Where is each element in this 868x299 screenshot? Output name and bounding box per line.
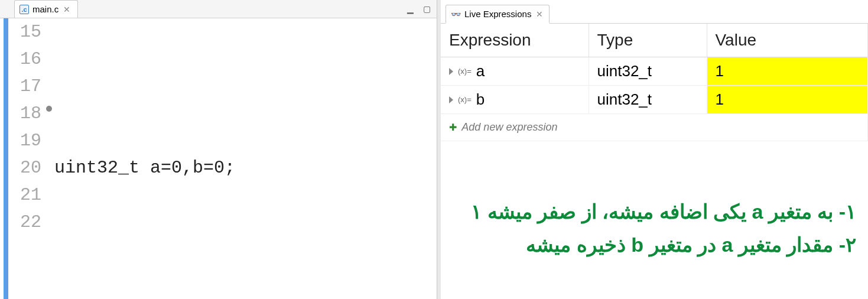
variable-icon: (x)= [458,95,472,104]
ide-window: .c main.c ✕ ▁ ▢ 15 16 17 18 19 20 21 22 [0,0,868,299]
maximize-icon[interactable]: ▢ [421,4,432,14]
variable-icon: (x)= [458,67,472,76]
value-cell: 1 [707,86,868,114]
line-number: 21 [8,181,41,209]
column-header-type[interactable]: Type [589,24,707,57]
expression-name: b [476,90,485,109]
line-number: 19 [8,127,41,154]
column-header-value[interactable]: Value [707,24,868,57]
editor-change-marker [4,18,8,299]
expression-name: a [476,62,485,80]
code-line: uint32_t a=0,b=0; [54,154,437,181]
live-expressions-panel: 👓 Live Expressions ✕ Expression Type Val… [441,0,868,299]
live-expressions-tab[interactable]: 👓 Live Expressions ✕ [446,5,550,24]
plus-icon: ✚ [449,122,457,132]
expression-cell[interactable]: (x)= a [441,57,589,86]
live-tab-label: Live Expressions [464,9,531,19]
table-row[interactable]: (x)= a uint32_t 1 [441,57,868,86]
expressions-table: Expression Type Value (x)= a uint32_t [441,24,868,141]
fold-toggle-icon[interactable] [46,106,52,112]
type-cell: uint32_t [589,57,707,86]
add-expression-label: Add new expression [461,121,557,133]
code-line [54,73,437,100]
close-icon[interactable]: ✕ [535,9,544,19]
minimize-icon[interactable]: ▁ [405,4,415,14]
line-number: 22 [8,209,41,236]
value-cell: 1 [707,57,868,86]
editor-tabbar: .c main.c ✕ ▁ ▢ [0,0,437,18]
live-tabbar: 👓 Live Expressions ✕ [441,0,868,24]
editor-window-controls: ▁ ▢ [405,4,432,14]
editor-tab-main-c[interactable]: .c main.c ✕ [14,0,78,18]
add-expression-cell[interactable]: ✚ Add new expression [441,114,868,141]
fold-column [46,18,54,299]
line-number: 15 [8,18,41,46]
editor-panel: .c main.c ✕ ▁ ▢ 15 16 17 18 19 20 21 22 [0,0,437,299]
line-number: 16 [8,46,41,73]
code-area[interactable]: uint32_t a=0,b=0; int main(void){ b=++a; [54,18,437,299]
table-header-row: Expression Type Value [441,24,868,57]
code-editor[interactable]: 15 16 17 18 19 20 21 22 uint32_t a=0,b=0… [0,18,437,299]
expression-cell[interactable]: (x)= b [441,86,589,114]
column-header-expression[interactable]: Expression [441,24,589,57]
line-number: 17 [8,73,41,100]
type-cell: uint32_t [589,86,707,114]
close-icon[interactable]: ✕ [62,5,71,14]
c-file-icon: .c [19,5,29,14]
expand-icon[interactable] [449,96,453,103]
line-number-gutter: 15 16 17 18 19 20 21 22 [8,18,46,299]
table-row[interactable]: (x)= b uint32_t 1 [441,86,868,114]
line-number: 20 [8,154,41,181]
add-expression-row[interactable]: ✚ Add new expression [441,114,868,141]
editor-tab-filename: main.c [32,4,58,14]
line-number: 18 [8,100,41,127]
expand-icon[interactable] [449,68,453,75]
glasses-icon: 👓 [451,9,461,19]
code-line [54,236,437,263]
